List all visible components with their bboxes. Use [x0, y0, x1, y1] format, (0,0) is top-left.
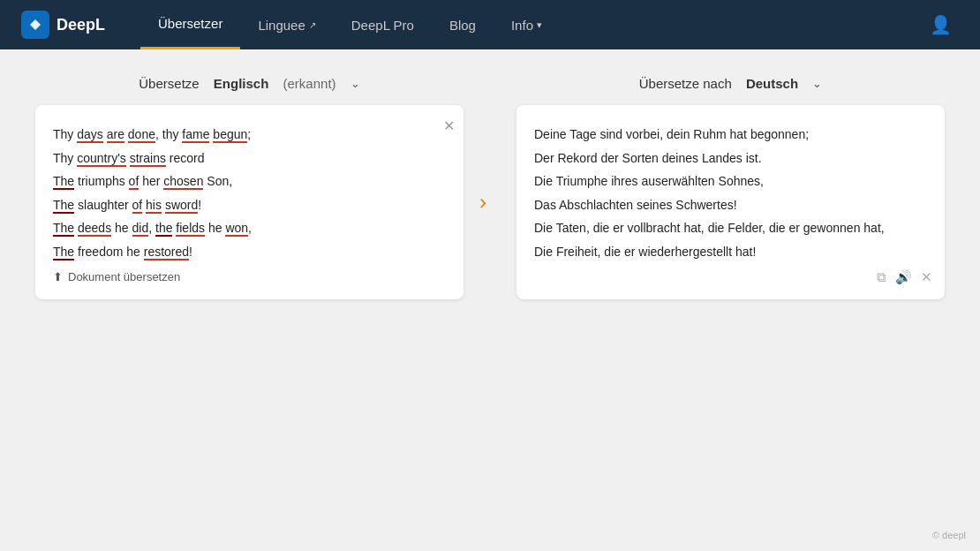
chevron-down-icon: ▾	[537, 19, 542, 31]
translated-line-1: Deine Tage sind vorbei, dein Ruhm hat be…	[534, 123, 927, 147]
logo-text: DeepL	[57, 16, 105, 34]
panel-right-actions: ⧉ 🔊 ✕	[877, 265, 932, 289]
word-begun[interactable]: begun	[213, 127, 247, 143]
nav-item-blog[interactable]: Blog	[432, 0, 494, 49]
nav-item-deepl-pro[interactable]: DeepL Pro	[334, 0, 432, 49]
source-panel[interactable]: ✕ Thy days are done, thy fame begun; Thy…	[35, 105, 464, 299]
translator-panels: ✕ Thy days are done, thy fame begun; Thy…	[35, 105, 945, 299]
word-days[interactable]: days	[77, 127, 103, 143]
logo[interactable]: DeepL	[21, 11, 105, 39]
source-line-4: The slaughter of his sword!	[53, 193, 446, 217]
source-line-1: Thy days are done, thy fame begun;	[53, 123, 446, 147]
word-won[interactable]: won	[225, 221, 248, 237]
source-lang-note: (erkannt)	[283, 76, 336, 91]
source-text: Thy days are done, thy fame begun; Thy c…	[53, 123, 446, 264]
nav-item-uebersetzer[interactable]: Übersetzer	[140, 0, 240, 49]
word-of2[interactable]: of	[132, 198, 143, 214]
target-panel: Deine Tage sind vorbei, dein Ruhm hat be…	[516, 105, 945, 299]
target-lang-control[interactable]: Übersetze nach Deutsch ⌄	[639, 76, 823, 91]
target-lang-selector[interactable]: Übersetze nach Deutsch ⌄	[516, 76, 945, 91]
navbar-links: Übersetzer Linguee ↗ DeepL Pro Blog Info…	[140, 0, 923, 49]
navbar-right: 👤	[923, 14, 959, 35]
translated-text: Deine Tage sind vorbei, dein Ruhm hat be…	[534, 123, 927, 264]
translated-line-4: Das Abschlachten seines Schwertes!	[534, 193, 927, 217]
nav-item-info[interactable]: Info ▾	[494, 0, 560, 49]
target-lang-name: Deutsch	[746, 76, 798, 91]
nav-item-linguee[interactable]: Linguee ↗	[240, 0, 333, 49]
source-lang-selector[interactable]: Übersetze Englisch (erkannt) ⌄	[35, 76, 464, 91]
word-of[interactable]: of	[129, 174, 139, 190]
word-the1[interactable]: The	[53, 174, 74, 190]
word-done[interactable]: done	[128, 127, 155, 143]
word-the2[interactable]: The	[53, 198, 74, 214]
external-link-icon: ↗	[309, 20, 316, 30]
word-the3[interactable]: The	[53, 221, 74, 237]
logo-icon	[21, 11, 49, 39]
translated-line-5: Die Taten, die er vollbracht hat, die Fe…	[534, 216, 927, 240]
doc-translate-button[interactable]: ⬆ Dokument übersetzen	[53, 267, 180, 287]
source-lang-chevron-icon: ⌄	[351, 77, 360, 90]
source-lang-control[interactable]: Übersetze Englisch (erkannt) ⌄	[139, 76, 359, 91]
word-the4[interactable]: the	[155, 221, 172, 237]
main-content: Übersetze Englisch (erkannt) ⌄ Übersetze…	[0, 49, 980, 326]
target-lang-prefix: Übersetze nach	[639, 76, 732, 91]
source-lang-name: Englisch	[214, 76, 269, 91]
arrow-right-icon: ›	[479, 190, 486, 215]
translate-arrow: ›	[464, 105, 502, 299]
word-chosen[interactable]: chosen	[163, 174, 203, 190]
word-the5[interactable]: The	[53, 245, 74, 260]
copyright: © deepl	[932, 530, 966, 540]
word-sword[interactable]: sword	[165, 198, 198, 214]
word-are[interactable]: are	[107, 127, 124, 143]
close-source-button[interactable]: ✕	[443, 114, 455, 140]
word-deeds[interactable]: deeds	[78, 221, 111, 237]
translated-line-2: Der Rekord der Sorten deines Landes ist.	[534, 147, 927, 170]
word-his[interactable]: his	[146, 198, 162, 214]
source-line-6: The freedom he restored!	[53, 240, 446, 264]
navbar: DeepL Übersetzer Linguee ↗ DeepL Pro Blo…	[0, 0, 980, 49]
source-line-5: The deeds he did, the fields he won,	[53, 216, 446, 240]
word-fame[interactable]: fame	[182, 127, 209, 143]
user-icon[interactable]: 👤	[923, 14, 959, 35]
speaker-icon[interactable]: 🔊	[895, 265, 912, 289]
upload-icon: ⬆	[53, 267, 63, 287]
word-fields[interactable]: fields	[176, 221, 205, 237]
target-lang-chevron-icon: ⌄	[812, 77, 822, 90]
source-line-2: Thy country's strains record	[53, 147, 446, 170]
feedback-icon[interactable]: ✕	[921, 265, 932, 289]
word-restored[interactable]: restored	[144, 245, 189, 260]
copy-icon[interactable]: ⧉	[877, 265, 886, 289]
source-lang-prefix: Übersetze	[139, 76, 199, 91]
word-countrys[interactable]: country's	[77, 151, 126, 167]
source-line-3: The triumphs of her chosen Son,	[53, 170, 446, 193]
translated-line-6: Die Freiheit, die er wiederhergestellt h…	[534, 240, 927, 264]
translator-header: Übersetze Englisch (erkannt) ⌄ Übersetze…	[35, 76, 945, 91]
word-strains[interactable]: strains	[130, 151, 166, 167]
translated-line-3: Die Triumphe ihres auserwählten Sohnes,	[534, 170, 927, 193]
word-did[interactable]: did	[132, 221, 149, 237]
